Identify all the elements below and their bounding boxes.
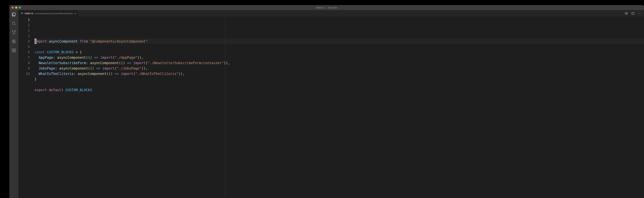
tab-close-icon[interactable]: ×: [74, 12, 76, 15]
minimap[interactable]: [626, 17, 644, 22]
code-line[interactable]: WhatIsTheClitoris: asyncComponent(() => …: [34, 71, 644, 76]
svg-point-15: [626, 13, 626, 14]
traffic-lights: [12, 7, 21, 9]
ruler-guide: [225, 17, 225, 198]
code-editor[interactable]: 112345678910: [18, 17, 644, 198]
window-body: TS index.ts src/components/CustomBlock/b…: [9, 10, 644, 198]
search-icon[interactable]: [11, 21, 16, 26]
tab-index-ts[interactable]: TS index.ts src/components/CustomBlock/b…: [18, 10, 78, 17]
code-line[interactable]: [34, 92, 644, 98]
scm-icon[interactable]: [11, 30, 16, 35]
extensions-icon[interactable]: [11, 48, 16, 53]
svg-rect-10: [12, 51, 14, 52]
tabbar-actions: ···: [622, 10, 644, 17]
svg-rect-13: [625, 13, 626, 15]
window-minimize-button[interactable]: [15, 7, 17, 9]
explorer-icon[interactable]: [11, 12, 16, 17]
activity-bar: [9, 10, 18, 198]
line-number: 1: [18, 22, 30, 28]
more-actions-icon[interactable]: ···: [638, 12, 642, 15]
tab-bar: TS index.ts src/components/CustomBlock/b…: [18, 10, 644, 17]
tab-path: src/components/CustomBlock/blocks: [35, 12, 73, 15]
code-line[interactable]: [34, 44, 644, 49]
split-editor-icon[interactable]: [631, 12, 634, 15]
line-number: 9: [18, 66, 30, 71]
code-line[interactable]: const CUSTOM_BLOCKS = {: [34, 49, 644, 55]
code-line[interactable]: }: [34, 76, 644, 82]
window-title: index.ts — clue.com: [316, 6, 337, 9]
svg-point-3: [12, 31, 13, 32]
typescript-badge-icon: TS: [20, 12, 23, 15]
svg-point-1: [12, 22, 15, 24]
window-close-button[interactable]: [12, 7, 14, 9]
line-number: 1: [18, 17, 30, 22]
svg-point-4: [14, 31, 16, 32]
code-area[interactable]: import asyncComponent from "@components/…: [34, 17, 644, 198]
line-number: 8: [18, 60, 30, 66]
svg-rect-12: [14, 49, 16, 50]
code-line[interactable]: export default CUSTOM_BLOCKS: [34, 87, 644, 92]
svg-rect-0: [13, 13, 15, 16]
app-window: index.ts — clue.com: [9, 5, 644, 198]
line-number-gutter: 112345678910: [18, 17, 34, 198]
line-number: 4: [18, 39, 30, 44]
compare-changes-icon[interactable]: [625, 12, 628, 15]
line-number: 3: [18, 33, 30, 39]
svg-rect-9: [12, 49, 14, 50]
line-number: 7: [18, 55, 30, 60]
code-line[interactable]: AppPage: asyncComponent(() => import("./…: [34, 55, 644, 60]
line-number: 2: [18, 28, 30, 33]
titlebar[interactable]: index.ts — clue.com: [9, 5, 644, 10]
line-number: 10: [18, 71, 30, 76]
code-line[interactable]: [34, 82, 644, 87]
code-line[interactable]: NewsletterSubscribeForm: asyncComponent(…: [34, 60, 644, 66]
window-maximize-button[interactable]: [19, 7, 21, 9]
debug-icon[interactable]: [11, 39, 16, 44]
svg-rect-11: [14, 51, 16, 52]
svg-point-7: [14, 40, 14, 41]
code-line[interactable]: import asyncComponent from "@components/…: [34, 39, 644, 44]
line-number: 6: [18, 49, 30, 55]
editor-group: TS index.ts src/components/CustomBlock/b…: [18, 10, 644, 198]
code-line[interactable]: JobsPage: asyncComponent(() => import(".…: [34, 66, 644, 71]
tab-filename: index.ts: [25, 12, 33, 15]
svg-line-2: [14, 24, 16, 25]
svg-rect-14: [626, 13, 628, 15]
line-number: 5: [18, 44, 30, 49]
svg-point-5: [14, 33, 14, 34]
